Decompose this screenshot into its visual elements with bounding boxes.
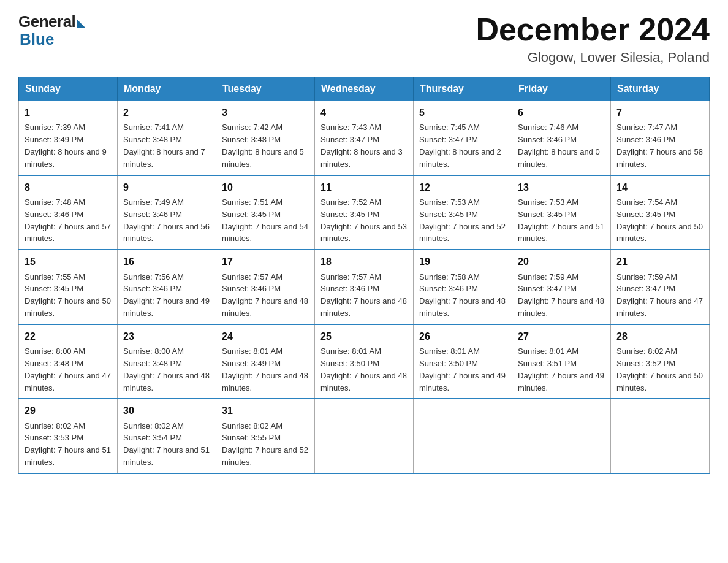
calendar-cell: 9Sunrise: 7:49 AMSunset: 3:46 PMDaylight… [118,175,216,250]
logo-general-text: General [18,12,75,31]
calendar-week-row: 29Sunrise: 8:02 AMSunset: 3:53 PMDayligh… [19,399,710,473]
calendar-cell: 31Sunrise: 8:02 AMSunset: 3:55 PMDayligh… [216,399,315,473]
calendar-cell: 24Sunrise: 8:01 AMSunset: 3:49 PMDayligh… [216,324,315,399]
calendar-cell: 12Sunrise: 7:53 AMSunset: 3:45 PMDayligh… [414,175,512,250]
day-info: Sunrise: 8:01 AMSunset: 3:50 PMDaylight:… [419,347,506,393]
day-info: Sunrise: 7:53 AMSunset: 3:45 PMDaylight:… [518,197,604,243]
day-number: 29 [25,404,112,418]
calendar-cell: 15Sunrise: 7:55 AMSunset: 3:45 PMDayligh… [19,250,118,324]
logo-blue-text: Blue [20,30,54,49]
day-info: Sunrise: 7:55 AMSunset: 3:45 PMDaylight:… [25,272,111,318]
day-number: 7 [616,105,703,120]
day-number: 18 [320,255,408,269]
calendar-cell: 10Sunrise: 7:51 AMSunset: 3:45 PMDayligh… [216,175,315,250]
title-section: December 2024 Glogow, Lower Silesia, Pol… [476,12,710,66]
day-info: Sunrise: 8:01 AMSunset: 3:50 PMDaylight:… [320,347,407,393]
calendar-cell: 7Sunrise: 7:47 AMSunset: 3:46 PMDaylight… [611,101,710,175]
day-number: 26 [419,329,506,343]
day-info: Sunrise: 7:58 AMSunset: 3:46 PMDaylight:… [419,272,506,318]
day-info: Sunrise: 8:01 AMSunset: 3:51 PMDaylight:… [518,347,604,393]
day-info: Sunrise: 8:00 AMSunset: 3:48 PMDaylight:… [25,347,111,393]
calendar-header-wednesday: Wednesday [315,77,414,101]
day-number: 9 [123,180,210,194]
calendar-header-saturday: Saturday [611,77,710,101]
location-label: Glogow, Lower Silesia, Poland [476,50,710,66]
calendar-header-row: SundayMondayTuesdayWednesdayThursdayFrid… [19,77,710,101]
day-number: 23 [123,329,210,343]
calendar-cell: 2Sunrise: 7:41 AMSunset: 3:48 PMDaylight… [118,101,216,175]
day-number: 10 [222,180,309,194]
calendar-header-thursday: Thursday [414,77,512,101]
calendar-header-sunday: Sunday [19,77,118,101]
day-number: 30 [123,404,210,418]
day-info: Sunrise: 7:59 AMSunset: 3:47 PMDaylight:… [616,272,703,318]
calendar-cell: 8Sunrise: 7:48 AMSunset: 3:46 PMDaylight… [19,175,118,250]
day-info: Sunrise: 7:53 AMSunset: 3:45 PMDaylight:… [419,197,506,243]
calendar-cell: 18Sunrise: 7:57 AMSunset: 3:46 PMDayligh… [315,250,414,324]
calendar-cell: 11Sunrise: 7:52 AMSunset: 3:45 PMDayligh… [315,175,414,250]
calendar-cell: 17Sunrise: 7:57 AMSunset: 3:46 PMDayligh… [216,250,315,324]
calendar-header-friday: Friday [512,77,611,101]
day-info: Sunrise: 7:56 AMSunset: 3:46 PMDaylight:… [123,272,210,318]
calendar-table: SundayMondayTuesdayWednesdayThursdayFrid… [18,77,710,474]
day-info: Sunrise: 7:49 AMSunset: 3:46 PMDaylight:… [123,197,210,243]
day-info: Sunrise: 8:02 AMSunset: 3:54 PMDaylight:… [123,421,210,467]
calendar-cell: 14Sunrise: 7:54 AMSunset: 3:45 PMDayligh… [611,175,710,250]
calendar-cell: 30Sunrise: 8:02 AMSunset: 3:54 PMDayligh… [118,399,216,473]
day-number: 19 [419,255,506,269]
calendar-cell: 4Sunrise: 7:43 AMSunset: 3:47 PMDaylight… [315,101,414,175]
logo-arrow-icon [77,19,85,28]
day-info: Sunrise: 8:02 AMSunset: 3:55 PMDaylight:… [222,421,308,467]
day-info: Sunrise: 8:02 AMSunset: 3:53 PMDaylight:… [25,421,111,467]
day-number: 28 [616,329,703,343]
day-info: Sunrise: 7:57 AMSunset: 3:46 PMDaylight:… [320,272,407,318]
day-number: 4 [320,105,408,120]
calendar-cell: 26Sunrise: 8:01 AMSunset: 3:50 PMDayligh… [414,324,512,399]
day-number: 3 [222,105,309,120]
day-number: 5 [419,105,506,120]
page-header: General Blue December 2024 Glogow, Lower… [18,12,710,66]
day-info: Sunrise: 7:39 AMSunset: 3:49 PMDaylight:… [25,123,107,169]
day-number: 12 [419,180,506,194]
day-info: Sunrise: 7:52 AMSunset: 3:45 PMDaylight:… [320,197,407,243]
day-info: Sunrise: 7:54 AMSunset: 3:45 PMDaylight:… [616,197,703,243]
day-info: Sunrise: 8:00 AMSunset: 3:48 PMDaylight:… [123,347,210,393]
day-number: 25 [320,329,408,343]
day-info: Sunrise: 7:45 AMSunset: 3:47 PMDaylight:… [419,123,501,169]
day-info: Sunrise: 7:43 AMSunset: 3:47 PMDaylight:… [320,123,403,169]
day-info: Sunrise: 8:02 AMSunset: 3:52 PMDaylight:… [616,347,703,393]
month-title: December 2024 [476,12,710,47]
day-number: 11 [320,180,408,194]
calendar-cell [512,399,611,473]
calendar-cell: 3Sunrise: 7:42 AMSunset: 3:48 PMDaylight… [216,101,315,175]
day-info: Sunrise: 7:51 AMSunset: 3:45 PMDaylight:… [222,197,308,243]
calendar-cell [315,399,414,473]
calendar-cell: 22Sunrise: 8:00 AMSunset: 3:48 PMDayligh… [19,324,118,399]
day-number: 8 [25,180,112,194]
day-info: Sunrise: 7:47 AMSunset: 3:46 PMDaylight:… [616,123,703,169]
day-number: 17 [222,255,309,269]
calendar-cell [414,399,512,473]
calendar-cell: 28Sunrise: 8:02 AMSunset: 3:52 PMDayligh… [611,324,710,399]
calendar-header-tuesday: Tuesday [216,77,315,101]
day-number: 14 [616,180,703,194]
day-number: 22 [25,329,112,343]
day-number: 6 [518,105,605,120]
day-number: 31 [222,404,309,418]
logo: General Blue [18,12,85,49]
calendar-cell: 1Sunrise: 7:39 AMSunset: 3:49 PMDaylight… [19,101,118,175]
calendar-week-row: 22Sunrise: 8:00 AMSunset: 3:48 PMDayligh… [19,324,710,399]
calendar-week-row: 1Sunrise: 7:39 AMSunset: 3:49 PMDaylight… [19,101,710,175]
calendar-cell: 27Sunrise: 8:01 AMSunset: 3:51 PMDayligh… [512,324,611,399]
calendar-week-row: 8Sunrise: 7:48 AMSunset: 3:46 PMDaylight… [19,175,710,250]
calendar-cell: 29Sunrise: 8:02 AMSunset: 3:53 PMDayligh… [19,399,118,473]
day-info: Sunrise: 8:01 AMSunset: 3:49 PMDaylight:… [222,347,308,393]
calendar-cell [611,399,710,473]
calendar-week-row: 15Sunrise: 7:55 AMSunset: 3:45 PMDayligh… [19,250,710,324]
day-info: Sunrise: 7:46 AMSunset: 3:46 PMDaylight:… [518,123,600,169]
day-info: Sunrise: 7:59 AMSunset: 3:47 PMDaylight:… [518,272,604,318]
day-number: 16 [123,255,210,269]
day-number: 1 [25,105,112,120]
day-info: Sunrise: 7:41 AMSunset: 3:48 PMDaylight:… [123,123,205,169]
calendar-header-monday: Monday [118,77,216,101]
